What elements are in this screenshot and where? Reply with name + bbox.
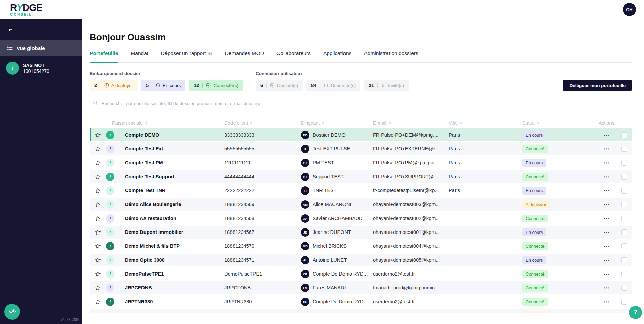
chip-invite-s[interactable]: 21Invité(s) xyxy=(364,80,409,91)
star-icon[interactable] xyxy=(90,216,106,221)
column-header-e-mail[interactable]: E-mail xyxy=(373,120,449,126)
table-row[interactable]: /Compte Test TNR22222222222TTTNR TESTfr-… xyxy=(90,184,632,198)
table-row[interactable]: /DemoPulseTPE1DemoPulseTPE1CRCompte De D… xyxy=(90,267,632,281)
row-actions-button[interactable]: ⋯ xyxy=(596,131,617,139)
table-row[interactable]: /Compte Test Support44444444444STSupport… xyxy=(90,170,632,184)
column-header-code-client[interactable]: Code client xyxy=(224,120,301,126)
star-icon[interactable] xyxy=(90,160,106,166)
table-row[interactable]: /JRPCFONBJRPCFONBFMFares MANADIfmanadi+p… xyxy=(90,281,632,295)
column-header-statut[interactable]: Statut xyxy=(522,120,596,126)
row-actions-button[interactable]: ⋯ xyxy=(596,159,617,166)
star-icon[interactable] xyxy=(90,229,106,235)
star-icon[interactable] xyxy=(90,174,106,180)
row-actions-button[interactable]: ⋯ xyxy=(596,284,617,291)
client-code: 33333333333 xyxy=(224,132,301,138)
delegate-portfolio-button[interactable]: Déléguer mon portefeuille xyxy=(563,80,632,91)
collapse-sidebar-button[interactable] xyxy=(0,19,82,40)
table-row[interactable]: /Démo Alice Boulangerie18881234569AMAlic… xyxy=(90,198,632,212)
chip-a-deployer[interactable]: 2A déployer xyxy=(90,80,138,91)
table-row[interactable]: /Démo AX restauration18881234568XAXavier… xyxy=(90,212,632,226)
dirigeant-name: TNR TEST xyxy=(313,188,337,193)
chip-connecte-s[interactable]: 84Connecté(s) xyxy=(306,80,360,91)
row-checkbox[interactable] xyxy=(621,132,627,138)
status-badge: Connecté xyxy=(522,284,548,292)
client-avatar: / xyxy=(6,62,19,75)
table-row[interactable]: /Démo Optic 300018881234571ALAntoine LUN… xyxy=(90,254,632,267)
star-icon[interactable] xyxy=(90,188,106,194)
email: ohayani+demotest002@kpm... xyxy=(373,216,449,221)
column-header-ville[interactable]: Ville xyxy=(449,120,522,126)
row-actions-button[interactable]: ⋯ xyxy=(596,187,617,194)
tab-mandat[interactable]: Mandat xyxy=(131,50,148,63)
company-name: Compte Test Ext xyxy=(125,146,224,151)
company-logo: / xyxy=(106,200,114,209)
table-row[interactable]: /JRPTNR380JRPTNR380CRCompte De Démo RYD.… xyxy=(90,295,632,309)
table-row[interactable]: /Compte Test PM11111111111PTPM TESTFR-Pu… xyxy=(90,156,632,170)
row-actions-button[interactable]: ⋯ xyxy=(596,298,617,305)
search-icon xyxy=(93,100,98,107)
row-actions-button[interactable]: ⋯ xyxy=(596,229,617,236)
row-checkbox[interactable] xyxy=(621,174,627,180)
row-checkbox[interactable] xyxy=(621,146,627,152)
tab-portefeuille[interactable]: Portefeuille xyxy=(90,50,118,63)
client-code: 18881234571 xyxy=(224,257,301,263)
sidebar-client-item[interactable]: / SAS MOT 1001054270 xyxy=(0,56,82,75)
company-logo: / xyxy=(106,242,114,250)
row-checkbox[interactable] xyxy=(621,243,627,249)
chip-en-cours[interactable]: 5En cours xyxy=(141,80,185,91)
brand-logo[interactable]: RYDGE CONSEiL xyxy=(10,3,42,16)
row-checkbox[interactable] xyxy=(621,188,627,194)
row-checkbox[interactable] xyxy=(621,285,627,291)
row-checkbox[interactable] xyxy=(621,271,627,277)
star-icon[interactable] xyxy=(90,257,106,263)
brand-fab-button[interactable] xyxy=(4,304,20,320)
email: FR-Pulse-PO+PM@kpmg.o... xyxy=(373,160,449,165)
column-header-raison-sociale[interactable]: Raison sociale xyxy=(112,120,224,126)
chip-declare-s[interactable]: 6Déclaré(s) xyxy=(256,80,303,91)
star-icon[interactable] xyxy=(90,271,106,277)
tab-applications[interactable]: Applications xyxy=(323,50,352,63)
row-checkbox[interactable] xyxy=(621,216,627,221)
row-checkbox[interactable] xyxy=(621,160,627,166)
deploy-icon xyxy=(104,83,109,88)
user-avatar[interactable]: OH xyxy=(623,3,636,16)
star-icon[interactable] xyxy=(90,202,106,207)
tab-administration-dossiers[interactable]: Administration dossiers xyxy=(364,50,418,63)
row-actions-button[interactable]: ⋯ xyxy=(596,257,617,264)
chip-connecte-s[interactable]: 12Connecté(s) xyxy=(189,80,243,91)
table-row[interactable]: /Compte Test Ext55555555555TETest EXT PU… xyxy=(90,142,632,156)
dirigeant-name: Fares MANADI xyxy=(313,285,346,290)
row-actions-button[interactable]: ⋯ xyxy=(596,215,617,222)
tab-collaborateurs[interactable]: Collaborateurs xyxy=(276,50,311,63)
help-fab-button[interactable]: ? xyxy=(629,306,642,319)
tab-demandes-mod[interactable]: Demandes MOD xyxy=(225,50,264,63)
brand-logo-y: Y xyxy=(17,2,23,13)
row-checkbox[interactable] xyxy=(621,229,627,235)
row-actions-button[interactable]: ⋯ xyxy=(596,243,617,250)
table-row[interactable]: /Démo Dupont immobilier18881234567JDJean… xyxy=(90,226,632,240)
company-logo: / xyxy=(106,214,114,223)
row-actions-button[interactable]: ⋯ xyxy=(596,201,617,208)
column-header-actions: Actions xyxy=(596,120,617,126)
star-icon[interactable] xyxy=(90,285,106,291)
tab-deposer-un-rapport-bi[interactable]: Déposer un rapport BI xyxy=(161,50,213,63)
star-icon[interactable] xyxy=(90,146,106,152)
row-actions-button[interactable]: ⋯ xyxy=(596,270,617,278)
star-icon[interactable] xyxy=(90,132,106,138)
row-checkbox[interactable] xyxy=(621,257,627,263)
row-actions-button[interactable]: ⋯ xyxy=(596,145,617,153)
star-icon[interactable] xyxy=(90,299,106,305)
table-row[interactable]: /Démo Michel & fils BTP18881234570MBMich… xyxy=(90,240,632,254)
chip-count: 2 xyxy=(94,83,97,88)
table-row[interactable]: /Compte DEMO33333333333DDDossier DEMOFR-… xyxy=(90,128,632,142)
row-checkbox[interactable] xyxy=(621,202,627,207)
column-label: Code client xyxy=(224,120,248,126)
search-input[interactable] xyxy=(101,101,260,106)
row-checkbox[interactable] xyxy=(621,299,627,305)
star-icon[interactable] xyxy=(90,243,106,249)
sidebar-item-vue-globale[interactable]: Vue globale xyxy=(0,40,82,56)
column-header-dirigeant[interactable]: Dirigeant xyxy=(301,120,373,126)
client-code: JRPTNR380 xyxy=(224,299,301,304)
row-actions-button[interactable]: ⋯ xyxy=(596,173,617,180)
email: FR-Pulse-PO+DEM@kpmg.... xyxy=(373,132,449,138)
